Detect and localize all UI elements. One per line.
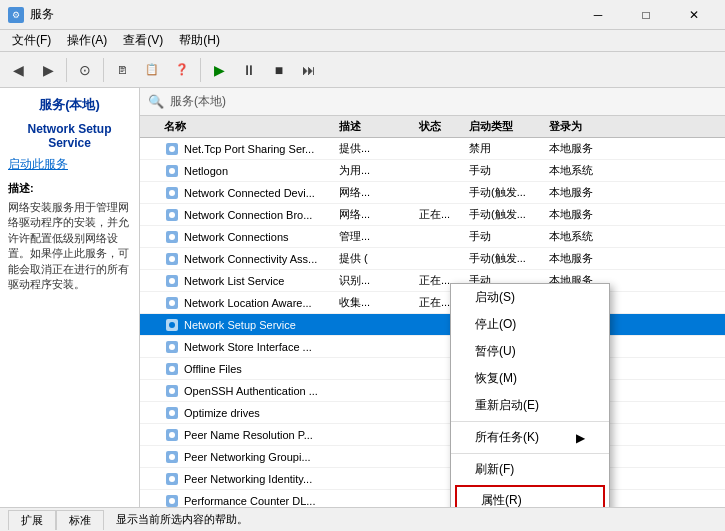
- status-bar-text: 显示当前所选内容的帮助。: [104, 512, 725, 527]
- svg-point-3: [169, 168, 175, 174]
- left-panel: 服务(本地) Network Setup Service 启动此服务 描述: 网…: [0, 88, 140, 507]
- menu-help[interactable]: 帮助(H): [171, 30, 228, 51]
- services-header: 🔍 服务(本地): [140, 88, 725, 116]
- ctx-sep-2: [451, 453, 609, 454]
- service-icon: [164, 493, 180, 508]
- menu-action[interactable]: 操作(A): [59, 30, 115, 51]
- ctx-stop[interactable]: 停止(O): [451, 311, 609, 338]
- svg-point-23: [169, 388, 175, 394]
- ctx-start[interactable]: 启动(S): [451, 284, 609, 311]
- restart-service-button[interactable]: ⏭: [295, 56, 323, 84]
- svg-point-5: [169, 190, 175, 196]
- service-icon: [164, 251, 180, 267]
- svg-point-31: [169, 476, 175, 482]
- ctx-pause[interactable]: 暂停(U): [451, 338, 609, 365]
- service-icon: [164, 185, 180, 201]
- pause-service-button[interactable]: ⏸: [235, 56, 263, 84]
- main-area: 服务(本地) Network Setup Service 启动此服务 描述: 网…: [0, 88, 725, 507]
- list-item[interactable]: Net.Tcp Port Sharing Ser... 提供... 禁用 本地服…: [140, 138, 725, 160]
- service-icon: [164, 229, 180, 245]
- stop-service-button[interactable]: ■: [265, 56, 293, 84]
- services-panel-title: 服务(本地): [170, 93, 226, 110]
- svg-point-25: [169, 410, 175, 416]
- toolbar-separator-2: [103, 58, 104, 82]
- window-title: 服务: [30, 6, 54, 23]
- tab-standard[interactable]: 标准: [56, 510, 104, 530]
- service-icon: [164, 295, 180, 311]
- col-header-status[interactable]: 状态: [419, 119, 469, 134]
- svg-point-29: [169, 454, 175, 460]
- list-item[interactable]: OpenSSH Authentication ... 本地系统: [140, 380, 725, 402]
- right-panel: 🔍 服务(本地) 名称 描述 状态 启动类型 登录为 Net.Tcp Port …: [140, 88, 725, 507]
- show-hide-console-button[interactable]: 🖹: [108, 56, 136, 84]
- service-icon: [164, 339, 180, 355]
- list-item[interactable]: Peer Networking Identity... 本地服务: [140, 468, 725, 490]
- service-icon: [164, 273, 180, 289]
- service-icon: [164, 405, 180, 421]
- list-item[interactable]: Network List Service 识别... 正在... 手动 本地服务: [140, 270, 725, 292]
- service-icon: [164, 317, 180, 333]
- list-item[interactable]: Network Connections 管理... 手动 本地系统: [140, 226, 725, 248]
- toolbar: ◀ ▶ ⊙ 🖹 📋 ❓ ▶ ⏸ ■ ⏭: [0, 52, 725, 88]
- svg-point-13: [169, 278, 175, 284]
- start-service-link[interactable]: 启动此服务: [8, 156, 131, 173]
- ctx-resume[interactable]: 恢复(M): [451, 365, 609, 392]
- service-icon: [164, 207, 180, 223]
- col-header-name[interactable]: 名称: [144, 119, 339, 134]
- start-service-button[interactable]: ▶: [205, 56, 233, 84]
- svg-point-9: [169, 234, 175, 240]
- list-item[interactable]: Peer Networking Groupi... 本地服务: [140, 446, 725, 468]
- ctx-restart[interactable]: 重新启动(E): [451, 392, 609, 419]
- toolbar-separator-3: [200, 58, 201, 82]
- svg-point-21: [169, 366, 175, 372]
- svg-point-27: [169, 432, 175, 438]
- service-icon: [164, 141, 180, 157]
- svg-point-11: [169, 256, 175, 262]
- description-text: 网络安装服务用于管理网络驱动程序的安装，并允许许配置低级别网络设置。如果停止此服…: [8, 200, 131, 292]
- list-item[interactable]: Network Connectivity Ass... 提供 ( 手动(触发..…: [140, 248, 725, 270]
- svg-point-33: [169, 498, 175, 504]
- service-icon: [164, 361, 180, 377]
- submenu-arrow-icon: ▶: [576, 431, 585, 445]
- ctx-properties[interactable]: 属性(R): [457, 487, 603, 507]
- list-item[interactable]: Network Setup Service 手动(触发... 本地系统: [140, 314, 725, 336]
- svg-point-1: [169, 146, 175, 152]
- col-header-startup[interactable]: 启动类型: [469, 119, 549, 134]
- list-item[interactable]: Performance Counter DL... 本地服务: [140, 490, 725, 507]
- forward-button[interactable]: ▶: [34, 56, 62, 84]
- up-button[interactable]: ⊙: [71, 56, 99, 84]
- title-bar: ⚙ 服务 ─ □ ✕: [0, 0, 725, 30]
- minimize-button[interactable]: ─: [575, 0, 621, 30]
- context-menu: 启动(S) 停止(O) 暂停(U) 恢复(M) 重新启动(E) 所有任务(K) …: [450, 283, 610, 507]
- menu-view[interactable]: 查看(V): [115, 30, 171, 51]
- service-icon: [164, 427, 180, 443]
- svg-point-7: [169, 212, 175, 218]
- menu-bar: 文件(F) 操作(A) 查看(V) 帮助(H): [0, 30, 725, 52]
- ctx-refresh[interactable]: 刷新(F): [451, 456, 609, 483]
- list-item[interactable]: Peer Name Resolution P... 本地服务: [140, 424, 725, 446]
- list-item[interactable]: Network Connected Devi... 网络... 手动(触发...…: [140, 182, 725, 204]
- col-header-login[interactable]: 登录为: [549, 119, 629, 134]
- list-item[interactable]: Netlogon 为用... 手动 本地系统: [140, 160, 725, 182]
- left-panel-title: 服务(本地): [8, 96, 131, 114]
- back-button[interactable]: ◀: [4, 56, 32, 84]
- list-item[interactable]: Network Store Interface ... 本地服务: [140, 336, 725, 358]
- window-controls: ─ □ ✕: [575, 0, 717, 30]
- list-item[interactable]: Optimize drives 本地系统: [140, 402, 725, 424]
- svg-point-17: [169, 322, 175, 328]
- list-item[interactable]: Offline Files 发... 本地系统: [140, 358, 725, 380]
- menu-file[interactable]: 文件(F): [4, 30, 59, 51]
- ctx-sep-1: [451, 421, 609, 422]
- list-item[interactable]: Network Location Aware... 收集... 正在... 自动…: [140, 292, 725, 314]
- list-item[interactable]: Network Connection Bro... 网络... 正在... 手动…: [140, 204, 725, 226]
- col-header-desc[interactable]: 描述: [339, 119, 419, 134]
- tab-extended[interactable]: 扩展: [8, 510, 56, 530]
- properties-button[interactable]: 📋: [138, 56, 166, 84]
- app-icon: ⚙: [8, 7, 24, 23]
- maximize-button[interactable]: □: [623, 0, 669, 30]
- ctx-all-tasks[interactable]: 所有任务(K) ▶: [451, 424, 609, 451]
- list-header: 名称 描述 状态 启动类型 登录为: [140, 116, 725, 138]
- help-button[interactable]: ❓: [168, 56, 196, 84]
- close-button[interactable]: ✕: [671, 0, 717, 30]
- svg-point-19: [169, 344, 175, 350]
